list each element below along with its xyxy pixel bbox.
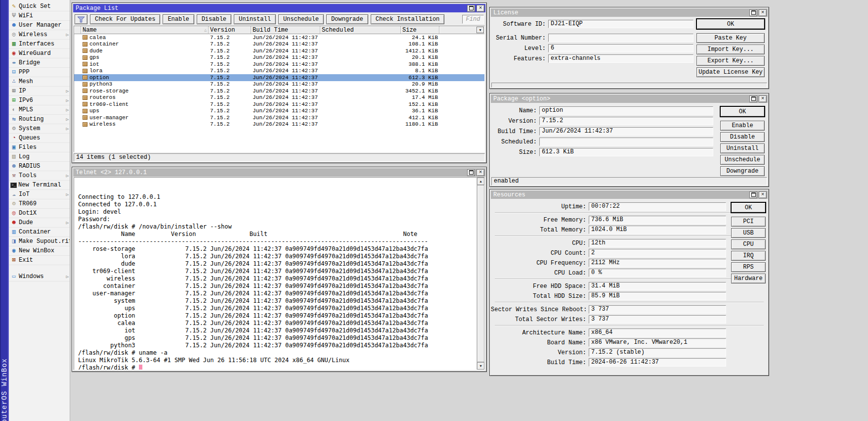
package-row[interactable]: calea7.15.2Jun/26/2024 11:42:3724.1 KiB — [74, 34, 484, 41]
uptime-field[interactable]: 00:07:22 — [589, 202, 726, 211]
resources-irq-button[interactable]: IRQ — [731, 251, 766, 261]
package-uninstall-button[interactable]: Uninstall — [720, 143, 765, 153]
column-header-scheduled[interactable]: Scheduled — [320, 26, 401, 34]
package-list-titlebar[interactable]: Package List × — [73, 4, 485, 12]
cpu-count-field[interactable]: 2 — [589, 249, 726, 257]
package-row[interactable]: python37.15.2Jun/26/2024 11:42:3720.9 Mi… — [74, 81, 484, 88]
sidebar-item-exit[interactable]: ⊠Exit — [9, 256, 70, 265]
maximize-button[interactable] — [749, 191, 757, 198]
sidebar-item-files[interactable]: ▣Files — [9, 143, 70, 152]
telnet-titlebar[interactable]: Telnet <2> 127.0.0.1 × — [73, 168, 485, 177]
sidebar-item-radius[interactable]: ☻RADIUS — [9, 162, 70, 171]
level-field[interactable]: 6 — [548, 44, 694, 52]
package-row[interactable]: tr069-client7.15.2Jun/26/2024 11:42:3715… — [74, 101, 484, 108]
license-paste-key-button[interactable]: Paste Key — [696, 33, 765, 43]
sidebar-item-wireless[interactable]: ◎Wireless▷ — [9, 30, 70, 40]
license-import-key-button[interactable]: Import Key... — [696, 45, 765, 54]
total-memory-field[interactable]: 1024.0 MiB — [589, 226, 726, 234]
sidebar-item-routing[interactable]: ⇆Routing▷ — [9, 115, 70, 124]
package-downgrade-button[interactable]: Downgrade — [720, 166, 765, 176]
sidebar-item-queues[interactable]: ◔Queues — [9, 134, 70, 143]
sidebar-item-system[interactable]: ⚙System▷ — [9, 124, 70, 134]
column-header-version[interactable]: Version — [209, 26, 251, 34]
close-icon[interactable]: × — [477, 169, 484, 176]
uninstall-button[interactable]: Uninstall — [234, 14, 276, 24]
resources-rps-button[interactable]: RPS — [731, 262, 766, 272]
build-time-field[interactable]: 2024-06-26 11:42:37 — [589, 358, 726, 367]
resources-hardware-button[interactable]: Hardware — [731, 274, 766, 283]
filter-button[interactable] — [75, 14, 87, 24]
free-memory-field[interactable]: 736.6 MiB — [589, 216, 726, 224]
free-hdd-space-field[interactable]: 31.4 MiB — [589, 282, 726, 290]
column-header-build-time[interactable]: Build Time — [251, 26, 320, 34]
sidebar-item-dude[interactable]: ☻Dude▷ — [9, 218, 70, 228]
resources-pci-button[interactable]: PCI — [731, 217, 766, 227]
package-row[interactable]: routeros7.15.2Jun/26/2024 11:42:3717.4 M… — [74, 94, 484, 101]
cpu-frequency-field[interactable]: 2112 MHz — [589, 259, 726, 267]
package-row[interactable]: container7.15.2Jun/26/2024 11:42:37108.1… — [74, 41, 484, 48]
package-option-titlebar[interactable]: Package <option> × — [491, 94, 768, 103]
cpu-load-field[interactable]: 0 % — [589, 269, 726, 277]
package-row[interactable]: gps7.15.2Jun/26/2024 11:42:3720.1 KiB — [74, 54, 484, 61]
version-field[interactable]: 7.15.2 — [539, 117, 713, 125]
cpu-field[interactable]: 12th — [589, 239, 726, 247]
unschedule-button[interactable]: Unschedule — [278, 14, 324, 24]
features-field[interactable]: extra-channels — [548, 54, 694, 63]
package-row[interactable]: option7.15.2Jun/26/2024 11:42:37612.3 Ki… — [74, 74, 484, 81]
check-for-updates-button[interactable]: Check For Updates — [90, 14, 160, 24]
license-update-license-key-button[interactable]: Update License Key — [696, 67, 765, 77]
software-id-field[interactable]: DJ21-EIQP — [548, 20, 694, 28]
sidebar-item-wireguard[interactable]: ◉WireGuard — [9, 49, 70, 58]
sidebar-item-ipv6[interactable]: ⊞IPv6▷ — [9, 96, 70, 105]
sidebar-item-user-manager[interactable]: ☻User Manager — [9, 21, 70, 30]
downgrade-button[interactable]: Downgrade — [326, 14, 368, 24]
sidebar-item-windows[interactable]: ▭Windows▷ — [9, 272, 70, 281]
terminal-scrollbar[interactable]: ▲ ▼ — [477, 178, 484, 370]
serial-number-field[interactable] — [548, 34, 694, 42]
maximize-button[interactable] — [749, 9, 757, 16]
close-icon[interactable]: × — [759, 95, 767, 102]
sidebar-item-bridge[interactable]: ⇹Bridge — [9, 58, 70, 68]
total-sector-writes-field[interactable]: 3 737 — [589, 315, 726, 324]
scroll-down-icon[interactable]: ▼ — [477, 362, 484, 370]
sidebar-item-new-terminal[interactable]: >_New Terminal — [9, 181, 70, 190]
find-box[interactable]: Find — [462, 15, 484, 24]
resources-cpu-button[interactable]: CPU — [731, 239, 766, 249]
package-row[interactable]: dude7.15.2Jun/26/2024 11:42:371412.1 KiB — [74, 47, 484, 54]
disable-button[interactable]: Disable — [197, 14, 231, 24]
resources-ok-button[interactable]: OK — [731, 202, 766, 213]
sidebar-item-log[interactable]: ▤Log — [9, 152, 70, 162]
size-field[interactable]: 612.3 KiB — [539, 148, 713, 156]
sidebar-item-new-winbox[interactable]: ◉New WinBox — [9, 246, 70, 256]
maximize-button[interactable] — [467, 169, 475, 176]
column-header-name[interactable]: Name△ — [81, 26, 209, 34]
sidebar-item-tools[interactable]: ⚒Tools▷ — [9, 171, 70, 181]
package-enable-button[interactable]: Enable — [720, 121, 765, 131]
package-unschedule-button[interactable]: Unschedule — [720, 155, 765, 165]
license-export-key-button[interactable]: Export Key... — [696, 56, 765, 66]
total-hdd-size-field[interactable]: 85.9 MiB — [589, 292, 726, 300]
sidebar-item-mesh[interactable]: ∴Mesh — [9, 77, 70, 87]
package-row[interactable]: wireless7.15.2Jun/26/2024 11:42:371180.1… — [74, 121, 484, 128]
license-ok-button[interactable]: OK — [696, 19, 765, 29]
package-row[interactable]: iot7.15.2Jun/26/2024 11:42:37388.1 KiB — [74, 61, 484, 68]
package-row[interactable]: rose-storage7.15.2Jun/26/2024 11:42:3734… — [74, 88, 484, 94]
close-icon[interactable]: × — [477, 5, 484, 12]
package-row[interactable]: ups7.15.2Jun/26/2024 11:42:3736.1 KiB — [74, 108, 484, 115]
package-row[interactable]: user-manager7.15.2Jun/26/2024 11:42:3741… — [74, 114, 484, 121]
maximize-button[interactable] — [467, 5, 475, 12]
sidebar-item-make-supout-rif[interactable]: ◨Make Supout.rif — [9, 237, 70, 246]
package-disable-button[interactable]: Disable — [720, 132, 765, 142]
architecture-name-field[interactable]: x86_64 — [589, 328, 726, 337]
close-icon[interactable]: × — [759, 9, 767, 16]
sidebar-item-ip[interactable]: ⊞IP▷ — [9, 87, 70, 96]
name-field[interactable]: option — [539, 106, 713, 115]
package-row[interactable]: lora7.15.2Jun/26/2024 11:42:378.1 KiB — [74, 68, 484, 75]
resources-usb-button[interactable]: USB — [731, 228, 766, 238]
maximize-button[interactable] — [749, 95, 757, 102]
scheduled-field[interactable] — [539, 138, 713, 146]
check-installation-button[interactable]: Check Installation — [371, 14, 445, 24]
version-field[interactable]: 7.15.2 (stable) — [589, 348, 726, 357]
sidebar-item-wifi[interactable]: ΨWiFi — [9, 11, 70, 21]
sidebar-item-mpls[interactable]: ◐MPLS▷ — [9, 105, 70, 115]
